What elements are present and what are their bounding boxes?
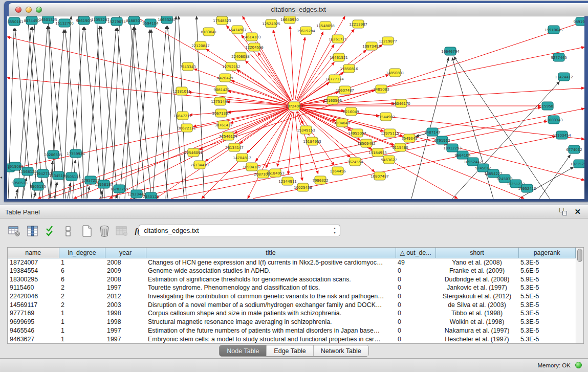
network-node[interactable]: 12219877 xyxy=(379,37,397,45)
table-row[interactable]: 1938455462009Genome-wide association stu… xyxy=(8,267,575,275)
table-mode-button[interactable] xyxy=(7,225,21,238)
network-node[interactable]: 9115460 xyxy=(392,143,408,151)
network-node[interactable]: 9505135 xyxy=(30,182,46,190)
network-node[interactable]: 16550161 xyxy=(7,17,24,26)
network-node[interactable]: 16501325 xyxy=(39,16,57,24)
network-node[interactable]: 7485083 xyxy=(373,85,389,93)
network-node[interactable]: 30672121 xyxy=(178,124,196,132)
network-node[interactable]: 12975115 xyxy=(381,129,399,137)
network-node[interactable]: 8487147 xyxy=(424,128,440,136)
network-node[interactable]: 10973493 xyxy=(362,42,381,50)
network-node[interactable]: 7543343 xyxy=(180,62,195,71)
network-node[interactable]: 9594104 xyxy=(142,19,159,27)
network-node[interactable]: 2450122 xyxy=(143,192,159,199)
table-scrollbar[interactable] xyxy=(576,248,583,343)
column-header[interactable]: title xyxy=(146,248,396,258)
network-node[interactable]: 10807487 xyxy=(371,172,389,180)
network-node[interactable]: 12524925 xyxy=(262,19,280,28)
network-node[interactable]: 12344911 xyxy=(278,177,297,185)
network-node[interactable]: 17850816 xyxy=(340,64,358,73)
network-node[interactable]: 11544902 xyxy=(377,113,395,121)
table-row[interactable]: 946554611997Estimation of the future num… xyxy=(8,326,575,335)
network-node[interactable]: 11053287 xyxy=(91,16,110,24)
network-node[interactable]: 22120847 xyxy=(191,41,210,50)
network-node[interactable]: 15474967 xyxy=(228,26,247,34)
table-selector-dropdown[interactable]: citations_edges.txt ▲▼ xyxy=(139,225,340,236)
memory-status-indicator[interactable] xyxy=(575,362,582,368)
network-node[interactable]: 14614103 xyxy=(243,33,261,41)
network-node[interactable]: 5950513 xyxy=(11,179,27,187)
tab-edge-table[interactable]: Edge Table xyxy=(266,345,313,356)
network-node[interactable]: 8434450 xyxy=(24,16,39,25)
network-node[interactable]: 9463627 xyxy=(381,156,397,164)
column-header[interactable]: short xyxy=(435,248,518,258)
network-node[interactable]: 12181011 xyxy=(172,87,191,95)
unselect-all-button[interactable] xyxy=(61,225,76,238)
select-all-button[interactable] xyxy=(44,225,58,238)
table-row[interactable]: 946362711997Embryonic stem cells: a mode… xyxy=(8,335,575,343)
network-node[interactable]: 6774012 xyxy=(566,145,582,154)
network-node[interactable]: 6791913 xyxy=(434,136,450,144)
network-node[interactable]: 16777174 xyxy=(325,75,344,83)
network-node[interactable]: 9861903 xyxy=(76,16,92,25)
show-columns-button[interactable] xyxy=(26,225,40,238)
network-node[interactable]: 8188301 xyxy=(126,16,142,25)
column-header[interactable]: in_degree xyxy=(59,248,105,258)
network-node[interactable]: 14704817 xyxy=(233,154,251,162)
network-node[interactable]: 7549343 xyxy=(401,134,417,142)
network-node[interactable]: 17548523 xyxy=(213,16,231,25)
network-canvas[interactable]: 1872400712204556224060881275215244204299… xyxy=(7,16,584,199)
table-scrollbar-thumb[interactable] xyxy=(577,249,582,262)
network-node[interactable]: 10653287 xyxy=(158,16,176,24)
network-node[interactable]: 7986322 xyxy=(312,176,328,184)
panel-collapse-arrow[interactable]: ◂ xyxy=(0,175,2,180)
network-node[interactable]: 10025458 xyxy=(294,183,312,191)
column-header[interactable]: △ out_de... xyxy=(396,248,435,258)
network-node[interactable]: 4420429 xyxy=(217,74,233,82)
network-node[interactable]: 9081422 xyxy=(213,85,229,94)
network-node[interactable]: 12213987 xyxy=(349,20,367,28)
network-node[interactable]: 16640930 xyxy=(280,16,299,24)
network-node[interactable]: 38761437 xyxy=(214,121,233,129)
table-row[interactable]: 1872400712008Changes of HCN gene express… xyxy=(8,258,575,267)
table-row[interactable]: 911546021997Tourette syndrome. Phenomeno… xyxy=(8,283,575,292)
network-node[interactable]: 1364456 xyxy=(330,167,346,175)
delete-column-button[interactable] xyxy=(97,225,112,238)
table-row[interactable]: 2242004622012Investigating the contribut… xyxy=(8,292,575,301)
close-panel-icon[interactable]: ✕ xyxy=(574,208,581,215)
network-node[interactable]: 11548098 xyxy=(316,21,335,30)
network-node[interactable]: 16461521 xyxy=(330,53,348,61)
network-node[interactable]: 14850831 xyxy=(386,69,404,77)
tab-network-table[interactable]: Network Table xyxy=(313,345,368,356)
create-column-button[interactable] xyxy=(80,225,94,238)
column-header[interactable]: name xyxy=(8,248,59,258)
network-node[interactable]: 18509492 xyxy=(357,139,376,147)
network-node[interactable]: 11003343 xyxy=(545,116,563,124)
network-node[interactable]: 12103454 xyxy=(553,131,571,139)
table-row[interactable]: 977716911998Corpus callosum shape and si… xyxy=(8,309,575,318)
network-node[interactable]: 10715254 xyxy=(570,160,584,168)
network-node[interactable]: 3624554 xyxy=(347,158,363,166)
network-node[interactable]: 76134410 xyxy=(190,161,209,169)
network-node[interactable]: 22406088 xyxy=(231,52,250,60)
window-titlebar[interactable]: citations_edges.txt xyxy=(9,3,588,16)
network-node[interactable]: 15910645 xyxy=(545,26,563,34)
network-node[interactable]: 30671307 xyxy=(212,109,230,117)
network-node[interactable]: 7204048 xyxy=(334,119,350,127)
column-header[interactable]: year xyxy=(105,248,146,258)
network-node[interactable]: 8183041 xyxy=(201,28,216,36)
table-row[interactable]: 969969511998Structural magnetic resonanc… xyxy=(8,318,575,326)
network-node[interactable]: 15958 xyxy=(542,102,553,110)
network-node[interactable]: 19619284 xyxy=(297,27,315,35)
float-panel-icon[interactable] xyxy=(559,208,567,215)
network-node[interactable]: 9277445 xyxy=(551,53,567,61)
network-node[interactable]: 16046170 xyxy=(392,99,410,107)
network-node[interactable]: 16646794 xyxy=(441,47,460,55)
network-node[interactable]: 12751441 xyxy=(211,97,229,105)
table-row[interactable]: 1456911722003Disruption of a novel membe… xyxy=(8,300,575,309)
network-node[interactable]: 6216049 xyxy=(343,107,359,116)
column-header[interactable]: pagerank xyxy=(518,248,575,258)
table-row[interactable]: 1830029562008Estimation of significance … xyxy=(8,275,575,283)
network-node[interactable]: 20206535 xyxy=(44,150,62,159)
network-node[interactable]: 10994187 xyxy=(243,163,261,171)
